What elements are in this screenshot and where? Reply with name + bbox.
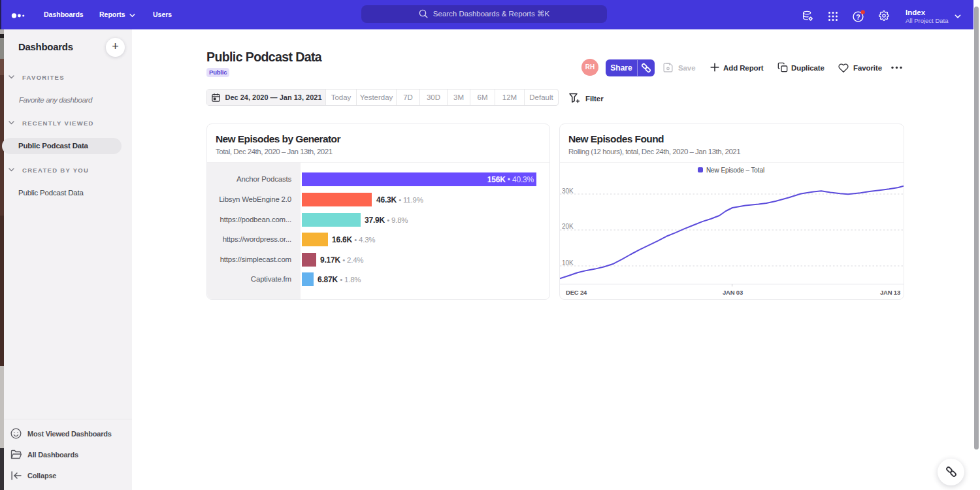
svg-text:?: ? xyxy=(856,13,860,21)
